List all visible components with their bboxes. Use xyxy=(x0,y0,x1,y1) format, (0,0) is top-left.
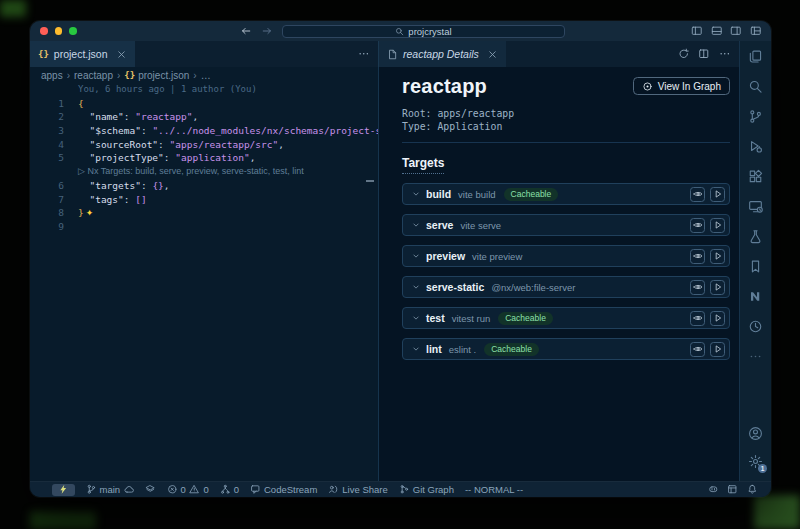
breadcrumb-item[interactable]: apps xyxy=(41,70,63,81)
close-button[interactable] xyxy=(40,27,48,35)
warning-icon xyxy=(189,484,200,495)
line-number: 7 xyxy=(30,193,64,207)
close-tab-icon[interactable] xyxy=(116,49,127,60)
view-target-button[interactable] xyxy=(690,280,705,295)
status-fork-count[interactable]: 0 xyxy=(220,484,239,495)
line-number: 6 xyxy=(30,179,64,193)
view-target-button[interactable] xyxy=(690,218,705,233)
settings-badge: 1 xyxy=(758,464,767,473)
code-line-3[interactable]: 3 "$schema": "../../node_modules/nx/sche… xyxy=(30,124,378,138)
target-row-serve-static[interactable]: serve-static@nx/web:file-server xyxy=(402,276,730,298)
status-remote-indicator[interactable] xyxy=(52,484,75,496)
activity-extensions[interactable] xyxy=(740,161,771,191)
status-copilot[interactable] xyxy=(708,484,719,495)
code-line-2[interactable]: 2 "name": "reactapp", xyxy=(30,110,378,124)
breadcrumb-item[interactable]: {}project.json xyxy=(124,70,189,81)
customize-layout-icon[interactable] xyxy=(750,25,762,37)
status-gitlens[interactable] xyxy=(145,484,156,495)
project-title: reactapp xyxy=(402,75,487,98)
target-name: serve xyxy=(426,219,453,231)
target-name: preview xyxy=(426,250,465,262)
back-button[interactable] xyxy=(240,25,252,37)
code-line-4[interactable]: 4 "sourceRoot": "apps/reactapp/src", xyxy=(30,138,378,152)
refresh-icon[interactable] xyxy=(678,48,690,60)
status-notifications[interactable] xyxy=(747,484,758,495)
breadcrumb-item[interactable]: reactapp xyxy=(74,70,113,81)
view-in-graph-button[interactable]: View In Graph xyxy=(633,77,730,95)
command-center-search[interactable]: projcrystal xyxy=(282,25,565,38)
code-line-7[interactable]: 7 "tags": [] xyxy=(30,193,378,207)
tab-label: reactapp Details xyxy=(403,48,479,60)
breadcrumb-separator: › xyxy=(117,70,120,81)
code-line-1[interactable]: 1{ xyxy=(30,97,378,111)
activity-nx-console[interactable] xyxy=(740,281,771,311)
target-row-preview[interactable]: previewvite preview xyxy=(402,245,730,267)
code-line-6[interactable]: 6 "targets": {}, xyxy=(30,179,378,193)
forward-button[interactable] xyxy=(261,25,273,37)
activity-explorer[interactable] xyxy=(740,41,771,71)
desktop: { "titlebar": { "search_value": "projcry… xyxy=(0,0,800,529)
activity-history[interactable] xyxy=(740,311,771,341)
view-target-button[interactable] xyxy=(690,249,705,264)
run-target-button[interactable] xyxy=(710,280,725,295)
tab-project-json[interactable]: {} project.json xyxy=(30,41,135,67)
target-row-build[interactable]: buildvite buildCacheable xyxy=(402,183,730,205)
target-row-lint[interactable]: linteslint .Cacheable xyxy=(402,338,730,360)
target-command: vitest run xyxy=(452,313,491,324)
activity-testing[interactable] xyxy=(740,221,771,251)
view-target-button[interactable] xyxy=(690,311,705,326)
codelens-nx-targets[interactable]: ▷ Nx Targets: build, serve, preview, ser… xyxy=(30,165,378,179)
more-actions-icon[interactable] xyxy=(719,48,731,60)
line-number: 8 xyxy=(30,206,64,220)
split-editor-icon[interactable] xyxy=(698,48,710,60)
line-number: 3 xyxy=(30,124,64,138)
activity-accounts[interactable] xyxy=(740,419,771,447)
run-target-button[interactable] xyxy=(710,187,725,202)
status-git-graph[interactable]: Git Graph xyxy=(399,484,454,495)
activity-run-and-debug[interactable] xyxy=(740,131,771,161)
view-target-button[interactable] xyxy=(690,187,705,202)
toggle-secondary-sidebar-icon[interactable] xyxy=(730,25,742,37)
run-target-button[interactable] xyxy=(710,249,725,264)
activity-source-control[interactable] xyxy=(740,101,771,131)
code-line-8[interactable]: 8}✦ xyxy=(30,206,378,220)
activity-remote-explorer[interactable] xyxy=(740,191,771,221)
codestream-icon xyxy=(250,484,261,495)
minimize-button[interactable] xyxy=(55,27,63,35)
target-row-serve[interactable]: servevite serve xyxy=(402,214,730,236)
status-problems[interactable]: 00 xyxy=(167,484,209,495)
tab-reactapp-details[interactable]: reactapp Details xyxy=(379,41,506,67)
activity-settings[interactable]: 1 xyxy=(740,447,771,475)
blame-annotation: You, 6 hours ago | 1 author (You) xyxy=(30,83,378,97)
view-target-button[interactable] xyxy=(690,342,705,357)
breadcrumb-item[interactable]: … xyxy=(201,70,211,81)
json-icon: {} xyxy=(124,70,135,80)
run-target-button[interactable] xyxy=(710,311,725,326)
code-line-5[interactable]: 5 "projectType": "application", xyxy=(30,151,378,165)
chevron-icon xyxy=(411,313,421,323)
bell-icon xyxy=(747,484,758,495)
target-row-test[interactable]: testvitest runCacheable xyxy=(402,307,730,329)
divider xyxy=(402,142,730,143)
tab-label: project.json xyxy=(54,48,108,60)
status-vim-mode[interactable]: -- NORMAL -- xyxy=(465,484,523,495)
activity-bookmarks[interactable] xyxy=(740,251,771,281)
status-git-branch[interactable]: main xyxy=(86,484,135,495)
zoom-button[interactable] xyxy=(69,27,77,35)
chevron-icon xyxy=(411,189,421,199)
editor-pane[interactable]: apps›reactapp›{}project.json›… You, 6 ho… xyxy=(30,67,378,481)
toggle-primary-sidebar-icon[interactable] xyxy=(691,25,703,37)
activity-search[interactable] xyxy=(740,71,771,101)
status-label: 0 xyxy=(181,484,186,495)
activity-more[interactable] xyxy=(740,341,771,371)
run-target-button[interactable] xyxy=(710,218,725,233)
cacheable-badge: Cacheable xyxy=(484,343,539,356)
run-target-button[interactable] xyxy=(710,342,725,357)
status-live-share[interactable]: Live Share xyxy=(328,484,387,495)
toggle-panel-icon[interactable] xyxy=(711,25,723,37)
close-tab-icon[interactable] xyxy=(487,49,498,60)
editor-more-actions-icon[interactable] xyxy=(358,48,370,60)
status-codestream[interactable]: CodeStream xyxy=(250,484,317,495)
status-editor-layout[interactable] xyxy=(727,484,738,495)
code-line-9[interactable]: 9 xyxy=(30,220,378,234)
